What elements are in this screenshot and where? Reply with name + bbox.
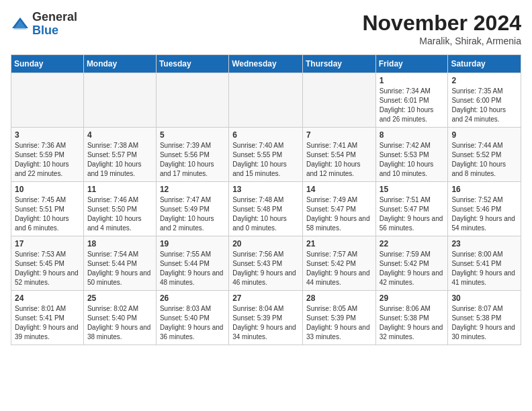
day-number: 28 [306, 293, 372, 303]
calendar-day-cell: 15Sunrise: 7:51 AM Sunset: 5:47 PM Dayli… [375, 182, 448, 236]
day-number: 13 [232, 185, 299, 194]
day-number: 24 [15, 293, 80, 303]
day-number: 7 [306, 130, 372, 140]
day-number: 17 [15, 239, 80, 248]
location: Maralik, Shirak, Armenia [362, 36, 521, 46]
day-number: 2 [451, 76, 517, 85]
calendar-day-cell: 10Sunrise: 7:45 AM Sunset: 5:51 PM Dayli… [11, 182, 84, 236]
month-title: November 2024 [362, 11, 521, 36]
calendar-day-header: Wednesday [229, 55, 303, 73]
day-info: Sunrise: 8:00 AM Sunset: 5:41 PM Dayligh… [451, 250, 517, 287]
calendar-day-cell [11, 73, 84, 128]
calendar-day-cell: 17Sunrise: 7:53 AM Sunset: 5:45 PM Dayli… [11, 236, 84, 291]
day-info: Sunrise: 7:46 AM Sunset: 5:50 PM Dayligh… [87, 195, 152, 233]
calendar-day-cell: 26Sunrise: 8:03 AM Sunset: 5:40 PM Dayli… [156, 291, 228, 345]
day-info: Sunrise: 7:41 AM Sunset: 5:54 PM Dayligh… [306, 141, 372, 179]
day-number: 20 [232, 239, 299, 248]
calendar-day-cell: 12Sunrise: 7:47 AM Sunset: 5:49 PM Dayli… [156, 182, 228, 236]
day-info: Sunrise: 7:40 AM Sunset: 5:55 PM Dayligh… [232, 141, 299, 179]
calendar-day-cell: 1Sunrise: 7:34 AM Sunset: 6:01 PM Daylig… [375, 73, 448, 128]
day-info: Sunrise: 7:51 AM Sunset: 5:47 PM Dayligh… [380, 195, 445, 233]
day-number: 21 [306, 239, 372, 248]
day-number: 3 [15, 130, 80, 140]
calendar-day-header: Friday [375, 55, 448, 73]
day-number: 1 [380, 76, 445, 85]
logo: General Blue [11, 11, 77, 38]
calendar-week-row: 24Sunrise: 8:01 AM Sunset: 5:41 PM Dayli… [11, 291, 521, 345]
day-info: Sunrise: 8:01 AM Sunset: 5:41 PM Dayligh… [15, 304, 80, 342]
calendar-day-header: Sunday [11, 55, 84, 73]
logo-blue: Blue [32, 24, 58, 37]
calendar-week-row: 3Sunrise: 7:36 AM Sunset: 5:59 PM Daylig… [11, 128, 521, 182]
calendar-day-cell: 13Sunrise: 7:48 AM Sunset: 5:48 PM Dayli… [229, 182, 303, 236]
day-number: 25 [87, 293, 152, 303]
title-block: November 2024 Maralik, Shirak, Armenia [362, 11, 521, 46]
calendar-week-row: 10Sunrise: 7:45 AM Sunset: 5:51 PM Dayli… [11, 182, 521, 236]
calendar-day-cell: 27Sunrise: 8:04 AM Sunset: 5:39 PM Dayli… [229, 291, 303, 345]
calendar-day-cell: 4Sunrise: 7:38 AM Sunset: 5:57 PM Daylig… [83, 128, 156, 182]
day-info: Sunrise: 7:57 AM Sunset: 5:42 PM Dayligh… [306, 250, 372, 287]
logo-icon [11, 15, 30, 34]
calendar-day-cell: 19Sunrise: 7:55 AM Sunset: 5:44 PM Dayli… [156, 236, 228, 291]
day-info: Sunrise: 7:34 AM Sunset: 6:01 PM Dayligh… [380, 87, 445, 124]
day-info: Sunrise: 7:56 AM Sunset: 5:43 PM Dayligh… [232, 250, 299, 287]
calendar-week-row: 17Sunrise: 7:53 AM Sunset: 5:45 PM Dayli… [11, 236, 521, 291]
calendar-day-cell [229, 73, 303, 128]
calendar-header-row: SundayMondayTuesdayWednesdayThursdayFrid… [11, 55, 521, 73]
calendar-table: SundayMondayTuesdayWednesdayThursdayFrid… [11, 54, 521, 345]
calendar-day-cell: 5Sunrise: 7:39 AM Sunset: 5:56 PM Daylig… [156, 128, 228, 182]
calendar-day-cell: 24Sunrise: 8:01 AM Sunset: 5:41 PM Dayli… [11, 291, 84, 345]
calendar-day-cell [302, 73, 375, 128]
day-number: 30 [451, 293, 517, 303]
calendar-day-cell: 16Sunrise: 7:52 AM Sunset: 5:46 PM Dayli… [448, 182, 521, 236]
day-number: 14 [306, 185, 372, 194]
calendar-week-row: 1Sunrise: 7:34 AM Sunset: 6:01 PM Daylig… [11, 73, 521, 128]
day-info: Sunrise: 8:04 AM Sunset: 5:39 PM Dayligh… [232, 304, 299, 342]
day-number: 19 [160, 239, 225, 248]
day-number: 8 [380, 130, 445, 140]
day-info: Sunrise: 7:35 AM Sunset: 6:00 PM Dayligh… [451, 87, 517, 124]
day-number: 23 [451, 239, 517, 248]
day-info: Sunrise: 7:59 AM Sunset: 5:42 PM Dayligh… [380, 250, 445, 287]
day-number: 22 [380, 239, 445, 248]
calendar-day-cell: 22Sunrise: 7:59 AM Sunset: 5:42 PM Dayli… [375, 236, 448, 291]
day-number: 29 [380, 293, 445, 303]
calendar-day-cell: 2Sunrise: 7:35 AM Sunset: 6:00 PM Daylig… [448, 73, 521, 128]
calendar-day-cell: 9Sunrise: 7:44 AM Sunset: 5:52 PM Daylig… [448, 128, 521, 182]
logo-text: General Blue [32, 11, 77, 38]
day-number: 4 [87, 130, 152, 140]
calendar-day-header: Tuesday [156, 55, 228, 73]
calendar-day-header: Saturday [448, 55, 521, 73]
day-info: Sunrise: 7:53 AM Sunset: 5:45 PM Dayligh… [15, 250, 80, 287]
calendar-day-cell: 28Sunrise: 8:05 AM Sunset: 5:39 PM Dayli… [302, 291, 375, 345]
day-info: Sunrise: 8:06 AM Sunset: 5:38 PM Dayligh… [380, 304, 445, 342]
day-number: 15 [380, 185, 445, 194]
calendar-day-cell [156, 73, 228, 128]
day-number: 6 [232, 130, 299, 140]
calendar-day-cell: 11Sunrise: 7:46 AM Sunset: 5:50 PM Dayli… [83, 182, 156, 236]
calendar-day-cell: 29Sunrise: 8:06 AM Sunset: 5:38 PM Dayli… [375, 291, 448, 345]
day-info: Sunrise: 7:36 AM Sunset: 5:59 PM Dayligh… [15, 141, 80, 179]
calendar-day-cell: 18Sunrise: 7:54 AM Sunset: 5:44 PM Dayli… [83, 236, 156, 291]
calendar-day-cell: 20Sunrise: 7:56 AM Sunset: 5:43 PM Dayli… [229, 236, 303, 291]
page-header: General Blue November 2024 Maralik, Shir… [11, 11, 521, 46]
day-info: Sunrise: 7:42 AM Sunset: 5:53 PM Dayligh… [380, 141, 445, 179]
day-info: Sunrise: 7:38 AM Sunset: 5:57 PM Dayligh… [87, 141, 152, 179]
day-info: Sunrise: 8:03 AM Sunset: 5:40 PM Dayligh… [160, 304, 225, 342]
calendar-day-cell: 7Sunrise: 7:41 AM Sunset: 5:54 PM Daylig… [302, 128, 375, 182]
day-info: Sunrise: 8:07 AM Sunset: 5:38 PM Dayligh… [451, 304, 517, 342]
calendar-day-cell: 14Sunrise: 7:49 AM Sunset: 5:47 PM Dayli… [302, 182, 375, 236]
day-info: Sunrise: 8:05 AM Sunset: 5:39 PM Dayligh… [306, 304, 372, 342]
day-number: 27 [232, 293, 299, 303]
calendar-day-cell [83, 73, 156, 128]
day-number: 16 [451, 185, 517, 194]
calendar-day-cell: 6Sunrise: 7:40 AM Sunset: 5:55 PM Daylig… [229, 128, 303, 182]
calendar-day-cell: 25Sunrise: 8:02 AM Sunset: 5:40 PM Dayli… [83, 291, 156, 345]
day-info: Sunrise: 7:48 AM Sunset: 5:48 PM Dayligh… [232, 195, 299, 233]
calendar-day-header: Thursday [302, 55, 375, 73]
day-number: 26 [160, 293, 225, 303]
day-info: Sunrise: 7:49 AM Sunset: 5:47 PM Dayligh… [306, 195, 372, 233]
day-info: Sunrise: 7:39 AM Sunset: 5:56 PM Dayligh… [160, 141, 225, 179]
day-number: 18 [87, 239, 152, 248]
day-number: 10 [15, 185, 80, 194]
